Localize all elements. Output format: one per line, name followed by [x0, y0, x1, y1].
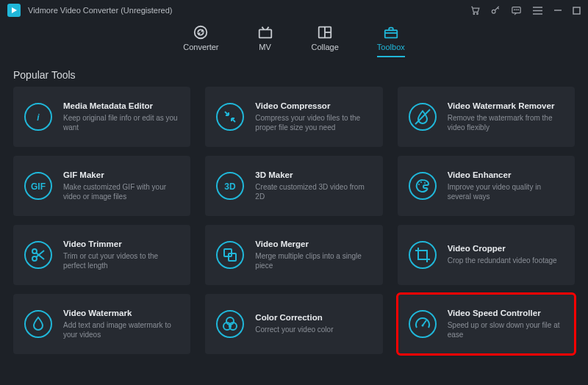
feedback-icon[interactable] [511, 5, 522, 16]
svg-point-8 [518, 9, 519, 10]
collage-icon [317, 25, 333, 40]
speedometer-icon [408, 309, 437, 339]
tool-title: Video Trimmer [63, 240, 180, 248]
tool-video-merger[interactable]: Video Merger Merge multiple clips into a… [205, 225, 382, 285]
no-drop-icon [408, 102, 437, 132]
cart-icon[interactable] [470, 5, 480, 15]
svg-text:GIF: GIF [31, 181, 46, 192]
tool-title: Color Correction [255, 313, 333, 322]
svg-point-45 [25, 311, 51, 337]
tool-desc: Add text and image watermark to your vid… [63, 320, 180, 340]
app-title: Vidmore Video Converter (Unregistered) [28, 6, 172, 15]
info-icon: i [24, 102, 53, 132]
svg-point-14 [195, 26, 207, 39]
tool-3d-maker[interactable]: 3D 3D Maker Create customized 3D video f… [205, 156, 382, 216]
palette-icon [408, 171, 437, 201]
tool-title: Media Metadata Editor [63, 101, 180, 110]
tool-media-metadata-editor[interactable]: i Media Metadata Editor Keep original fi… [13, 87, 190, 147]
tool-title: 3D Maker [255, 170, 372, 179]
svg-point-4 [492, 10, 495, 13]
titlebar: Vidmore Video Converter (Unregistered) [0, 0, 588, 21]
svg-point-33 [418, 184, 420, 185]
window-controls [470, 5, 581, 16]
tool-desc: Correct your video color [255, 325, 333, 335]
mv-icon [257, 25, 273, 40]
section-title: Popular Tools [0, 57, 588, 87]
merge-icon [215, 240, 245, 270]
tool-desc: Improve your video quality in several wa… [448, 182, 564, 202]
tool-title: Video Cropper [448, 244, 557, 253]
tool-video-compressor[interactable]: Video Compressor Compress your video fil… [205, 87, 382, 147]
maximize-icon[interactable] [573, 7, 581, 15]
gif-icon: GIF [24, 171, 53, 201]
svg-point-41 [217, 242, 243, 268]
tool-desc: Trim or cut your videos to the perfect l… [63, 251, 180, 271]
key-icon[interactable] [490, 5, 501, 15]
crop-icon [408, 240, 437, 270]
tool-title: Video Watermark Remover [448, 101, 564, 110]
tool-color-correction[interactable]: Color Correction Correct your video colo… [205, 294, 382, 354]
tool-video-watermark-remover[interactable]: Video Watermark Remover Remove the water… [398, 87, 575, 147]
converter-icon [193, 25, 209, 40]
tool-title: Video Watermark [63, 309, 180, 317]
tool-title: Video Speed Controller [448, 309, 564, 317]
svg-point-7 [516, 9, 517, 10]
scissors-icon [24, 240, 53, 270]
svg-point-25 [217, 104, 243, 130]
tool-desc: Remove the watermark from the video flex… [448, 113, 564, 133]
tool-title: Video Merger [255, 240, 372, 248]
tool-video-trimmer[interactable]: Video Trimmer Trim or cut your videos to… [13, 225, 190, 285]
svg-rect-13 [573, 7, 580, 14]
svg-rect-17 [259, 29, 271, 37]
svg-point-32 [409, 173, 436, 199]
tool-gif-maker[interactable]: GIF GIF Maker Make customized GIF with y… [13, 156, 190, 216]
tool-video-speed-controller[interactable]: Video Speed Controller Speed up or slow … [398, 294, 575, 354]
3d-icon: 3D [215, 171, 245, 201]
tool-desc: Crop the redundant video footage [448, 256, 557, 266]
svg-point-6 [514, 9, 515, 10]
menu-icon[interactable] [532, 6, 543, 15]
svg-point-2 [473, 13, 475, 15]
tool-title: Video Compressor [255, 101, 372, 110]
tab-mv[interactable]: MV [257, 25, 273, 57]
tab-collage[interactable]: Collage [312, 25, 339, 57]
tool-title: Video Enhancer [448, 170, 564, 179]
tab-converter[interactable]: Converter [183, 25, 218, 57]
svg-point-52 [421, 325, 423, 327]
tool-title: GIF Maker [63, 170, 180, 179]
tab-label: Toolbox [377, 43, 405, 51]
color-circles-icon [215, 309, 245, 339]
svg-point-44 [409, 242, 436, 268]
svg-text:3D: 3D [225, 181, 237, 192]
tool-video-watermark[interactable]: Video Watermark Add text and image water… [13, 294, 190, 354]
drop-icon [24, 309, 53, 339]
tool-video-enhancer[interactable]: Video Enhancer Improve your video qualit… [398, 156, 575, 216]
svg-rect-21 [385, 30, 398, 37]
compress-icon [215, 102, 245, 132]
tools-grid: i Media Metadata Editor Keep original fi… [0, 87, 588, 354]
svg-point-34 [420, 181, 422, 183]
tool-desc: Keep original file info or edit as you w… [63, 113, 180, 133]
tool-desc: Make customized GIF with your video or i… [63, 182, 180, 202]
tool-desc: Speed up or slow down your file at ease [448, 320, 564, 340]
svg-text:i: i [37, 112, 40, 123]
svg-point-3 [477, 13, 478, 15]
tab-toolbox[interactable]: Toolbox [377, 25, 405, 57]
tool-desc: Create customized 3D video from 2D [255, 182, 372, 202]
tab-label: MV [259, 43, 271, 51]
tab-label: Collage [312, 43, 339, 51]
tool-desc: Compress your video files to the proper … [255, 113, 372, 133]
main-tabs: Converter MV Collage Toolbox [0, 21, 588, 57]
minimize-icon[interactable] [553, 6, 562, 15]
svg-point-50 [409, 311, 436, 337]
app-logo [7, 4, 21, 17]
tool-video-cropper[interactable]: Video Cropper Crop the redundant video f… [398, 225, 575, 285]
tab-label: Converter [183, 43, 218, 51]
svg-marker-15 [202, 30, 204, 31]
tool-desc: Merge multiple clips into a single piece [255, 251, 372, 271]
svg-point-35 [424, 182, 426, 184]
toolbox-icon [383, 25, 399, 40]
svg-marker-16 [198, 33, 200, 34]
